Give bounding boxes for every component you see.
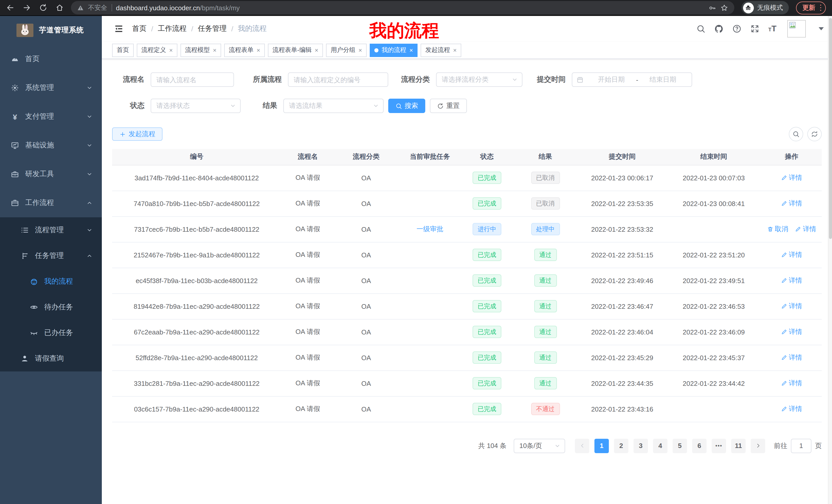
breadcrumb-task-mgmt[interactable]: 任务管理 (198, 24, 227, 33)
tab-process-form-edit[interactable]: 流程表单-编辑× (268, 44, 323, 57)
avatar[interactable] (787, 20, 806, 37)
bookmark-star-icon[interactable] (720, 4, 728, 11)
url-text: dashboard.yudao.iocoder.cn/bpm/task/my (116, 4, 240, 11)
search-button[interactable]: 搜索 (388, 99, 425, 113)
page-button-1[interactable]: 1 (594, 439, 609, 453)
breadcrumb-workflow[interactable]: 工作流程 (158, 24, 187, 33)
status-tag: 已完成 (473, 274, 501, 287)
sidebar-item-process-mgmt[interactable]: 流程管理 (0, 217, 102, 243)
refresh-table-button[interactable] (807, 127, 822, 141)
close-icon[interactable]: × (358, 47, 362, 53)
back-icon[interactable] (6, 4, 15, 12)
close-icon[interactable]: × (409, 47, 413, 53)
sidebar-item-leave-query[interactable]: 请假查询 (0, 346, 102, 371)
sidebar-item-done-tasks[interactable]: 已办任务 (0, 320, 102, 346)
avatar-dropdown-caret[interactable] (818, 27, 824, 30)
page-button-3[interactable]: 3 (633, 439, 648, 453)
page-button-4[interactable]: 4 (653, 439, 668, 453)
detail-link[interactable]: 详情 (781, 250, 802, 259)
forward-icon[interactable] (23, 4, 31, 12)
detail-link[interactable]: 详情 (781, 199, 802, 208)
cancel-link[interactable]: 取消 (767, 225, 788, 234)
update-button[interactable]: 更新 (796, 1, 826, 14)
sidebar-item-todo-tasks[interactable]: 待办任务 (0, 295, 102, 320)
address-bar[interactable]: 不安全 dashboard.yudao.iocoder.cn/bpm/task/… (71, 1, 734, 15)
detail-link[interactable]: 详情 (781, 379, 802, 388)
detail-link[interactable]: 详情 (781, 327, 802, 337)
scrollbar-thumb[interactable] (829, 18, 832, 239)
page-scrollbar[interactable] (828, 16, 832, 504)
sidebar-item-infra[interactable]: 基础设施 (0, 131, 102, 160)
sidebar-item-devtools[interactable]: 研发工具 (0, 160, 102, 189)
show-search-button[interactable] (789, 127, 803, 141)
browser-menu-icon[interactable] (820, 5, 821, 11)
sidebar-item-task-mgmt[interactable]: 任务管理 (0, 243, 102, 269)
table-row: 2152467e-7b9b-11ec-9a1b-acde48001122OA 请… (112, 242, 822, 268)
edit-icon (781, 303, 787, 309)
detail-link[interactable]: 详情 (781, 276, 802, 285)
process-name-label: 流程名 (112, 75, 151, 84)
col-result: 结果 (512, 149, 578, 165)
tab-my-process[interactable]: 我的流程× (370, 44, 418, 57)
home-icon[interactable] (55, 4, 64, 12)
breadcrumb-home[interactable]: 首页 (132, 24, 147, 33)
date-range-picker[interactable]: 开始日期 - 结束日期 (572, 73, 692, 87)
sidebar-item-home[interactable]: 首页 (0, 45, 102, 74)
current-task-link[interactable]: 一级审批 (417, 225, 443, 233)
parent-process-input[interactable] (288, 73, 388, 86)
page-button-6[interactable]: 6 (692, 439, 706, 453)
sidebar-item-my-process[interactable]: 我的流程 (0, 269, 102, 295)
table-row: 03c6c157-7b9a-11ec-a290-acde48001122OA 请… (112, 396, 822, 422)
tab-process-form[interactable]: 流程表单× (224, 44, 265, 57)
chevron-up-icon (86, 200, 93, 206)
font-size-icon[interactable]: TT (768, 25, 777, 33)
github-icon[interactable] (714, 24, 724, 33)
detail-link[interactable]: 详情 (781, 353, 802, 362)
detail-link[interactable]: 详情 (781, 302, 802, 311)
goto-unit: 页 (815, 441, 822, 450)
sidebar-collapse-icon[interactable] (114, 24, 123, 33)
close-icon[interactable]: × (257, 47, 260, 53)
status-select[interactable]: 请选择状态 (151, 99, 241, 113)
tab-start-process[interactable]: 发起流程× (421, 44, 461, 57)
not-secure-icon (77, 4, 84, 11)
next-page-button[interactable] (751, 439, 765, 453)
detail-link[interactable]: 详情 (781, 404, 802, 414)
page-button-2[interactable]: 2 (614, 439, 628, 453)
page-button-11[interactable]: 11 (731, 439, 746, 453)
detail-link[interactable]: 详情 (781, 173, 802, 183)
security-label[interactable]: 不安全 (88, 3, 107, 12)
reset-button[interactable]: 重置 (430, 99, 467, 113)
page-size-select[interactable]: 10条/页 (514, 439, 565, 453)
help-icon[interactable] (732, 24, 742, 33)
tab-home[interactable]: 首页 (112, 44, 134, 57)
fullscreen-icon[interactable] (750, 24, 759, 33)
process-name-input[interactable] (151, 73, 233, 86)
goto-page-input[interactable] (791, 439, 811, 453)
prev-page-button[interactable] (575, 439, 589, 453)
create-process-button[interactable]: 发起流程 (112, 128, 162, 141)
tab-user-group[interactable]: 用户分组× (326, 44, 367, 57)
result-select[interactable]: 请选流结果 (283, 99, 384, 113)
sidebar: 芋道管理系统 首页 系统管理 ¥ 支付管理 (0, 16, 102, 504)
reload-icon[interactable] (39, 4, 47, 12)
page-button-5[interactable]: 5 (673, 439, 687, 453)
sidebar-item-payment[interactable]: ¥ 支付管理 (0, 102, 102, 131)
sidebar-item-system[interactable]: 系统管理 (0, 74, 102, 102)
category-select[interactable]: 请选择流程分类 (436, 73, 522, 87)
close-icon[interactable]: × (169, 47, 173, 53)
more-pages-button[interactable]: ••• (712, 439, 726, 453)
detail-link[interactable]: 详情 (795, 225, 816, 234)
key-icon[interactable] (708, 4, 716, 11)
edit-icon (781, 406, 787, 412)
tab-process-definition[interactable]: 流程定义× (137, 44, 177, 57)
close-icon[interactable]: × (315, 47, 318, 53)
broken-image-icon (789, 22, 796, 29)
search-icon[interactable] (696, 24, 705, 33)
sidebar-item-workflow[interactable]: 工作流程 (0, 189, 102, 217)
close-icon[interactable]: × (213, 47, 216, 53)
result-tag: 已取消 (531, 197, 560, 209)
tab-process-model[interactable]: 流程模型× (181, 44, 221, 57)
close-icon[interactable]: × (453, 47, 457, 53)
briefcase-icon (11, 199, 19, 207)
